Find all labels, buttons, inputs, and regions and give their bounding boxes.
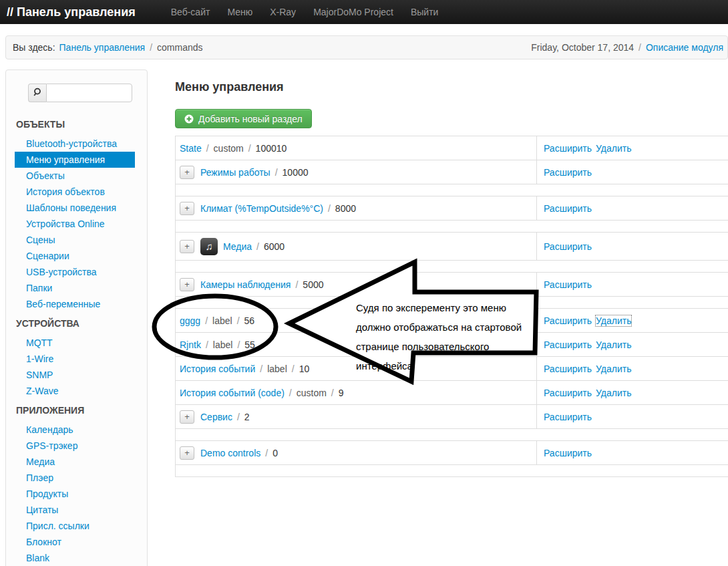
row-name-link[interactable]: История событий (code): [180, 388, 285, 398]
row-order: 0: [272, 448, 278, 458]
row-name-link[interactable]: Медиа: [223, 241, 252, 252]
breadcrumb-separator: /: [639, 42, 641, 53]
sidebar-item[interactable]: SNMP: [15, 367, 135, 383]
search-input[interactable]: [46, 84, 132, 102]
action-expand-link[interactable]: Расширить: [544, 241, 592, 252]
sidebar-item[interactable]: Bluetooth-устройства: [15, 136, 135, 152]
sidebar-item[interactable]: Сценарии: [15, 248, 135, 264]
row-main-cell: +Климат (%TempOutside%°C)/8000: [176, 196, 537, 220]
sidebar-item[interactable]: Присл. ссылки: [15, 518, 135, 534]
table-row: +Режимы работы/10000Расширить: [176, 160, 728, 184]
action-expand-link[interactable]: Расширить: [544, 364, 592, 374]
separator: /: [295, 279, 298, 290]
action-expand-link[interactable]: Расширить: [544, 143, 592, 154]
sidebar-item[interactable]: Объекты: [15, 168, 135, 184]
breadcrumb: Вы здесь: Панель управления / commands: [13, 42, 203, 53]
sidebar-item[interactable]: Меню управления: [15, 152, 135, 168]
row-main-cell: +♫Медиа/6000: [176, 233, 537, 260]
separator: /: [205, 315, 208, 326]
sidebar-section-header: ПРИЛОЖЕНИЯ: [16, 402, 147, 418]
action-expand-link[interactable]: Расширить: [544, 388, 592, 398]
row-actions-cell: Расширить: [537, 233, 728, 260]
row-type: label: [213, 339, 233, 350]
sidebar-item[interactable]: Сцены: [15, 232, 135, 248]
action-expand-link[interactable]: Расширить: [544, 339, 592, 350]
row-order: 8000: [335, 203, 356, 214]
sidebar-item[interactable]: Blank: [15, 550, 135, 566]
brand-link[interactable]: // Панель управления: [7, 5, 136, 19]
sidebar-item[interactable]: USB-устройства: [15, 264, 135, 280]
sidebar-item[interactable]: Папки: [15, 280, 135, 296]
table-spacer-row: [176, 221, 728, 233]
row-actions-cell: РасширитьУдалить: [537, 309, 728, 332]
row-name-link[interactable]: Сервис: [200, 412, 232, 422]
sidebar-item[interactable]: Шаблоны поведения: [15, 200, 135, 216]
separator: /: [328, 203, 331, 214]
navbar-item[interactable]: X-Ray: [261, 0, 305, 24]
action-delete-link[interactable]: Удалить: [596, 339, 631, 350]
action-delete-link[interactable]: Удалить: [596, 364, 631, 374]
sidebar-item[interactable]: История объектов: [15, 184, 135, 200]
sidebar-item[interactable]: Плэер: [15, 470, 135, 486]
search-icon: [33, 88, 42, 99]
action-expand-link[interactable]: Расширить: [544, 315, 592, 326]
row-name-link[interactable]: gggg: [180, 315, 200, 326]
sidebar-item[interactable]: MQTT: [15, 335, 135, 351]
sidebar-item[interactable]: Устройства Online: [15, 216, 135, 232]
row-name-link[interactable]: State: [180, 143, 202, 154]
sidebar-item[interactable]: Z-Wave: [15, 383, 135, 399]
row-order: 10000: [283, 167, 309, 178]
expand-button[interactable]: +: [180, 240, 194, 253]
row-name-link[interactable]: Demo controls: [200, 448, 260, 458]
action-expand-link[interactable]: Расширить: [544, 203, 592, 214]
navbar-item[interactable]: Выйти: [402, 0, 447, 24]
row-name-link[interactable]: Rjntk: [180, 339, 201, 350]
sidebar-item[interactable]: GPS-трэкер: [15, 438, 135, 454]
table-row: +Климат (%TempOutside%°C)/8000Расширить: [176, 196, 728, 221]
breadcrumb-right: Friday, October 17, 2014 / Описание моду…: [531, 42, 727, 53]
expand-button[interactable]: +: [180, 410, 194, 424]
action-delete-link[interactable]: Удалить: [596, 315, 631, 326]
action-delete-link[interactable]: Удалить: [596, 388, 631, 398]
expand-button[interactable]: +: [180, 446, 194, 460]
action-delete-link[interactable]: Удалить: [596, 143, 631, 154]
action-expand-link[interactable]: Расширить: [544, 167, 592, 178]
separator: /: [237, 315, 240, 326]
row-name-link[interactable]: История событий: [180, 364, 255, 374]
sidebar-section: УСТРОЙСТВАMQTT1-WireSNMPZ-Wave: [6, 315, 147, 399]
sidebar-item[interactable]: Медиа: [15, 454, 135, 470]
row-name-link[interactable]: Камеры наблюдения: [200, 279, 291, 290]
row-name-link[interactable]: Климат (%TempOutside%°C): [200, 203, 323, 214]
separator: /: [237, 412, 240, 422]
expand-button[interactable]: +: [180, 202, 194, 215]
breadcrumb-link-control-panel[interactable]: Панель управления: [59, 42, 146, 53]
expand-button[interactable]: +: [180, 166, 194, 179]
table-spacer-row: [176, 465, 728, 477]
separator: /: [248, 143, 251, 154]
module-description-link[interactable]: Описание модуля: [646, 42, 723, 53]
sidebar-section: ПРИЛОЖЕНИЯКалендарьGPS-трэкерМедиаПлэерП…: [6, 402, 147, 566]
sidebar-item[interactable]: Календарь: [15, 422, 135, 438]
sidebar-item[interactable]: Веб-переменные: [15, 296, 135, 312]
page-title: Меню управления: [175, 80, 284, 94]
navbar-item[interactable]: MajorDoMo Project: [305, 0, 402, 24]
sidebar-item[interactable]: Блокнот: [15, 534, 135, 550]
row-actions-cell: РасширитьУдалить: [537, 357, 728, 380]
expand-button[interactable]: +: [180, 278, 194, 291]
menu-sections-table: State/custom/100010РасширитьУдалить+Режи…: [175, 136, 728, 477]
row-main-cell: +Камеры наблюдения/5000: [176, 273, 537, 296]
navbar-item[interactable]: Меню: [218, 0, 261, 24]
search-button[interactable]: [28, 84, 46, 102]
action-expand-link[interactable]: Расширить: [544, 448, 592, 458]
sidebar-item[interactable]: 1-Wire: [15, 351, 135, 367]
sidebar-item[interactable]: Продукты: [15, 486, 135, 502]
row-name-link[interactable]: Режимы работы: [200, 167, 270, 178]
action-expand-link[interactable]: Расширить: [544, 412, 592, 422]
table-row: История событий (code)/custom/9Расширить…: [176, 381, 728, 405]
top-navbar: // Панель управления Веб-сайтМенюX-RayMa…: [0, 0, 728, 24]
action-expand-link[interactable]: Расширить: [544, 279, 592, 290]
navbar-item[interactable]: Веб-сайт: [162, 0, 219, 24]
row-main-cell: +Режимы работы/10000: [176, 160, 537, 184]
sidebar-item[interactable]: Цитаты: [15, 502, 135, 518]
add-section-button[interactable]: Добавить новый раздел: [175, 109, 312, 128]
